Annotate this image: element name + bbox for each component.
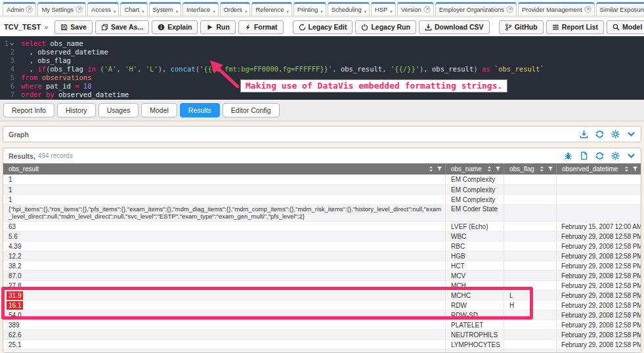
top-tab-label: Interface	[186, 6, 210, 13]
open-external-icon[interactable]	[584, 6, 591, 13]
filter-funnel-icon[interactable]	[632, 166, 638, 172]
tab-report-info[interactable]: Report Info	[3, 103, 54, 117]
table-row[interactable]: 62.6NEUTROPHILSFebruary 29, 2008 12:58 P…	[3, 329, 641, 339]
explain-button[interactable]: Explain	[152, 20, 198, 34]
top-tab-similar-exposure-groups-segs[interactable]: Similar Exposure Groups (SEGs)	[596, 2, 644, 16]
top-tab-printing[interactable]: Printing▾	[293, 2, 326, 16]
cell-obs-result: 54.0	[3, 310, 445, 320]
cell-observed-datetime: February 15, 2007 12:00 AM	[556, 222, 641, 231]
top-tab-label: Employer Organizations	[439, 6, 504, 13]
report-list-button[interactable]: Report List	[546, 20, 604, 34]
button-label: GitHub	[515, 23, 538, 31]
history-icon	[299, 24, 306, 31]
table-row[interactable]: {"hpi_items":{},"ros_items":{},"pfs_item…	[3, 204, 641, 221]
report-name-expander[interactable]: »	[44, 23, 48, 31]
table-row[interactable]: 54.0RDW-SDFebruary 29, 2008 12:58 PM	[3, 310, 641, 320]
format-button[interactable]: Format	[238, 20, 284, 34]
top-tab-label: Chart	[124, 6, 139, 13]
table-row[interactable]: 87.0MCVFebruary 29, 2008 12:58 PM	[3, 270, 641, 280]
cell-obs-flag	[504, 271, 556, 280]
top-tab-chart[interactable]: Chart▾	[120, 2, 147, 16]
open-external-icon[interactable]	[423, 6, 431, 13]
table-row[interactable]: 5.6WBCFebruary 29, 2008 12:58 PM	[3, 231, 641, 241]
graph-chevron-down-icon[interactable]	[627, 130, 635, 138]
line-number: 3	[0, 56, 17, 65]
filter-funnel-icon[interactable]	[495, 166, 501, 172]
top-tab-my-settings[interactable]: My Settings	[37, 2, 86, 16]
table-row[interactable]	[3, 349, 641, 352]
table-row[interactable]: 4.39RBCFebruary 29, 2008 12:58 PM	[3, 241, 641, 251]
cell-obs-name: MCH	[445, 281, 504, 290]
sort-icon[interactable]	[539, 166, 545, 172]
tab-model[interactable]: Model	[141, 103, 177, 117]
top-tab-access[interactable]: Access▾	[87, 2, 119, 16]
sort-icon[interactable]	[428, 166, 434, 172]
legacy-run-button[interactable]: Legacy Run	[355, 20, 416, 34]
table-row[interactable]: 1EM Complexity	[3, 194, 641, 204]
cell-observed-datetime	[556, 205, 641, 221]
open-external-icon[interactable]	[506, 6, 513, 13]
table-row[interactable]: 12.2HGBFebruary 29, 2008 12:58 PM	[3, 251, 641, 260]
save-button[interactable]: Save	[54, 20, 93, 34]
graph-panel-header[interactable]: Graph	[3, 127, 641, 142]
legacy-edit-button[interactable]: Legacy Edit	[293, 20, 353, 34]
table-row[interactable]: 1EM Complexity	[3, 175, 641, 184]
sort-icon[interactable]	[624, 166, 630, 172]
cell-obs-flag	[504, 205, 556, 221]
filter-funnel-icon[interactable]	[437, 166, 442, 172]
flagged-value: 31.9	[7, 291, 23, 300]
table-row[interactable]: 1EM Complexity	[3, 184, 641, 194]
sort-icon[interactable]	[486, 166, 492, 172]
results-refresh-icon[interactable]	[595, 152, 604, 160]
table-row[interactable]: 25.1LYMPHOCYTESFebruary 29, 2008 12:58 P…	[3, 339, 641, 349]
results-panel-title: Results,	[9, 152, 35, 160]
top-tab-employer-organizations[interactable]: Employer Organizations	[435, 2, 517, 16]
top-tab-orders[interactable]: Orders▾	[220, 2, 251, 16]
table-row[interactable]: 389PLATELETFebruary 29, 2008 12:58 PM	[3, 320, 641, 329]
tab-results[interactable]: Results	[180, 103, 220, 117]
top-tab-admin[interactable]: Admin	[3, 2, 36, 16]
open-external-icon[interactable]	[26, 6, 33, 13]
cell-observed-datetime: February 29, 2008 12:58 PM	[556, 261, 641, 270]
top-tab-system[interactable]: System▾	[149, 2, 182, 16]
column-header-obs_flag: obs_flag	[504, 163, 556, 175]
open-external-icon[interactable]	[75, 6, 83, 13]
top-tab-interface[interactable]: Interface▾	[182, 2, 219, 16]
save-as-button[interactable]: Save As...	[95, 20, 149, 34]
github-button[interactable]: GitHub	[499, 20, 544, 34]
results-bug-icon[interactable]	[564, 152, 572, 160]
graph-download-icon[interactable]	[580, 130, 588, 138]
line-number: 1	[0, 39, 17, 48]
tab-usages[interactable]: Usages	[98, 103, 139, 117]
button-label: Run	[216, 23, 229, 31]
results-chevron-down-icon[interactable]	[627, 152, 635, 160]
cell-observed-datetime	[556, 195, 641, 204]
table-row[interactable]: 38.2HCTFebruary 29, 2008 12:58 PM	[3, 260, 641, 270]
top-tab-version[interactable]: Version	[397, 2, 434, 16]
graph-gear-icon[interactable]	[611, 130, 620, 138]
fold-toggle-icon[interactable]	[9, 41, 14, 47]
run-button[interactable]: Run	[200, 20, 235, 34]
cell-obs-flag	[504, 340, 556, 349]
tab-history[interactable]: History	[57, 103, 96, 117]
tab-editor-config[interactable]: Editor Config	[223, 103, 280, 117]
model-button[interactable]: Model	[607, 20, 644, 34]
download-csv-button[interactable]: Download CSV	[419, 20, 490, 34]
submenu-caret-icon: ▾	[213, 10, 215, 14]
graph-refresh-icon[interactable]	[595, 130, 604, 138]
top-tab-provider-management[interactable]: Provider Management	[518, 2, 595, 16]
table-row[interactable]: 63LVEF (Echo)February 15, 2007 12:00 AM	[3, 221, 641, 231]
results-panel-header[interactable]: Results, 494 records	[3, 148, 641, 163]
table-row[interactable]: 16.1RDWHFebruary 29, 2008 12:58 PM	[3, 300, 641, 310]
top-tab-reference[interactable]: Reference▾	[251, 2, 291, 16]
funnel-icon	[632, 166, 638, 172]
results-page-icon[interactable]	[580, 152, 588, 160]
filter-funnel-icon[interactable]	[547, 166, 553, 172]
table-row[interactable]: 31.9MCHCLFebruary 29, 2008 12:58 PM	[3, 290, 641, 300]
top-tab-hsp[interactable]: HSP▾	[371, 2, 396, 16]
table-row[interactable]: 27.8MCHFebruary 29, 2008 12:58 PM	[3, 280, 641, 290]
results-gear-icon[interactable]	[611, 152, 620, 160]
top-tab-scheduling[interactable]: Scheduling▾	[328, 2, 370, 16]
line-number: 4	[0, 65, 17, 73]
annotation-text: Making use of DataVis embedded formattin…	[240, 79, 507, 93]
